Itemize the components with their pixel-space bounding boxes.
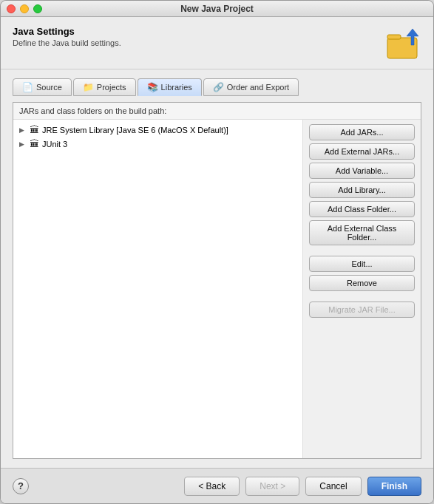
- libraries-tab-icon: 📚: [147, 82, 158, 92]
- tab-libraries[interactable]: 📚 Libraries: [138, 78, 202, 96]
- tree-item-jre[interactable]: ▶ 🏛 JRE System Library [Java SE 6 (MacOS…: [13, 123, 302, 137]
- junit-label: JUnit 3: [42, 140, 67, 149]
- bottom-right: < Back Next > Cancel Finish: [184, 477, 421, 496]
- page-title: Java Settings: [13, 26, 121, 37]
- add-external-class-folder-button[interactable]: Add External Class Folder...: [309, 220, 415, 245]
- tab-projects-label: Projects: [97, 83, 126, 92]
- help-button[interactable]: ?: [13, 478, 29, 494]
- close-button[interactable]: [7, 4, 16, 13]
- jre-icon: 🏛: [30, 124, 39, 135]
- add-variable-button[interactable]: Add Variable...: [309, 163, 415, 179]
- action-buttons-panel: Add JARs... Add External JARs... Add Var…: [302, 120, 421, 458]
- back-button[interactable]: < Back: [184, 477, 240, 496]
- tree-item-junit[interactable]: ▶ 🏛 JUnit 3: [13, 137, 302, 151]
- tab-source-label: Source: [36, 83, 62, 92]
- order-tab-icon: 🔗: [213, 82, 224, 92]
- page-subtitle: Define the Java build settings.: [13, 38, 121, 47]
- button-spacer-1: [309, 248, 415, 253]
- libraries-panel: JARs and class folders on the build path…: [13, 102, 421, 459]
- window-controls: [7, 4, 42, 13]
- minimize-button[interactable]: [20, 4, 29, 13]
- title-bar: New Java Project: [1, 1, 433, 17]
- finish-button[interactable]: Finish: [367, 477, 421, 496]
- svg-rect-1: [387, 35, 401, 39]
- bottom-bar: ? < Back Next > Cancel Finish: [1, 468, 433, 503]
- edit-button[interactable]: Edit...: [309, 256, 415, 272]
- tab-bar: 📄 Source 📁 Projects 📚 Libraries 🔗 Order …: [13, 78, 421, 96]
- projects-tab-icon: 📁: [83, 82, 94, 92]
- remove-button[interactable]: Remove: [309, 275, 415, 291]
- window-title: New Java Project: [180, 4, 254, 14]
- tab-libraries-label: Libraries: [161, 83, 192, 92]
- button-spacer-2: [309, 294, 415, 299]
- header-text-block: Java Settings Define the Java build sett…: [13, 26, 121, 47]
- folder-arrow-icon: [386, 26, 421, 61]
- main-content: 📄 Source 📁 Projects 📚 Libraries 🔗 Order …: [1, 69, 433, 468]
- panel-body: ▶ 🏛 JRE System Library [Java SE 6 (MacOS…: [13, 120, 421, 458]
- add-jars-button[interactable]: Add JARs...: [309, 124, 415, 140]
- add-class-folder-button[interactable]: Add Class Folder...: [309, 201, 415, 217]
- jre-arrow-icon: ▶: [19, 126, 27, 134]
- add-library-button[interactable]: Add Library...: [309, 182, 415, 198]
- jre-label: JRE System Library [Java SE 6 (MacOS X D…: [42, 126, 228, 134]
- build-path-tree[interactable]: ▶ 🏛 JRE System Library [Java SE 6 (MacOS…: [13, 120, 302, 458]
- main-window: New Java Project Java Settings Define th…: [0, 0, 434, 504]
- junit-icon: 🏛: [30, 138, 39, 149]
- page-header: Java Settings Define the Java build sett…: [1, 17, 433, 69]
- tab-order-export[interactable]: 🔗 Order and Export: [203, 78, 299, 96]
- tab-source[interactable]: 📄 Source: [13, 78, 72, 96]
- header-icon: [386, 26, 421, 61]
- cancel-button[interactable]: Cancel: [305, 477, 361, 496]
- junit-arrow-icon: ▶: [19, 140, 27, 148]
- tab-projects[interactable]: 📁 Projects: [73, 78, 136, 96]
- next-button[interactable]: Next >: [245, 477, 299, 496]
- panel-header: JARs and class folders on the build path…: [13, 103, 421, 120]
- panel-header-text: JARs and class folders on the build path…: [19, 106, 166, 115]
- migrate-jar-button[interactable]: Migrate JAR File...: [309, 302, 415, 318]
- bottom-left: ?: [13, 478, 29, 494]
- tab-order-label: Order and Export: [227, 83, 289, 92]
- maximize-button[interactable]: [33, 4, 42, 13]
- add-external-jars-button[interactable]: Add External JARs...: [309, 143, 415, 160]
- source-tab-icon: 📄: [22, 82, 33, 92]
